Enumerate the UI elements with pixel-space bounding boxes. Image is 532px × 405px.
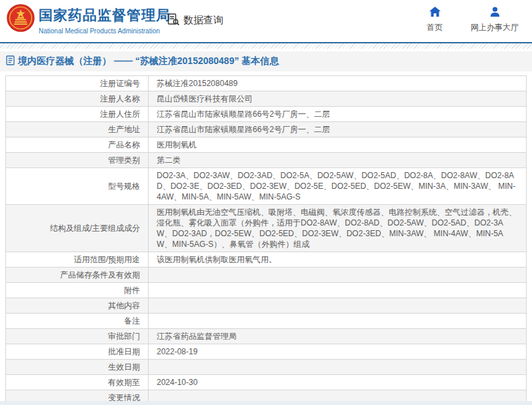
- registration-info-table: 注册证编号苏械注准20152080489注册人名称昆山岱镁医疗科技有限公司注册人…: [5, 75, 527, 405]
- page-title: 境内医疗器械（注册） —— “苏械注准20152080489” 基本信息: [18, 55, 279, 67]
- data-query-label: 数据查询: [183, 14, 223, 27]
- row-value: 2024-10-30: [149, 375, 527, 390]
- table-row: 适用范围/预期用途该医用制氧机供制取医用氧气用。: [6, 252, 527, 268]
- page-header: 国家药品监督管理局 National Medical Products Admi…: [0, 0, 532, 42]
- row-value: 该医用制氧机供制取医用氧气用。: [149, 252, 527, 268]
- table-row: 注册人名称昆山岱镁医疗科技有限公司: [6, 91, 527, 107]
- footer-strip: [0, 401, 532, 405]
- table-row: 注册证编号苏械注准20152080489: [6, 76, 527, 91]
- row-value: 2022-08-19: [149, 344, 527, 360]
- row-value: 第二类: [149, 153, 527, 168]
- document-icon: [6, 55, 15, 67]
- table-row: 其他内容: [6, 298, 527, 314]
- row-value: [149, 298, 527, 314]
- home-icon: [429, 7, 441, 19]
- row-label: 批准日期: [6, 344, 149, 360]
- brand-subtitle: National Medical Products Administration: [39, 27, 171, 35]
- row-label: 其他内容: [6, 298, 149, 314]
- table-row: 产品名称医用制氧机: [6, 137, 527, 153]
- row-label: 审批部门: [6, 329, 149, 344]
- row-value: 医用制氧机由无油空气压缩机、吸附塔、电磁阀、氧浓度传感器、电路控制系统、空气过滤…: [149, 205, 527, 252]
- nmpa-emblem-logo: [7, 4, 35, 32]
- row-label: 管理类别: [6, 153, 149, 168]
- row-value: [149, 360, 527, 375]
- row-value: 苏械注准20152080489: [149, 76, 527, 91]
- document-search-icon: [167, 13, 180, 28]
- brand-title: 国家药品监督管理局: [39, 6, 171, 25]
- table-row: 有效期至2024-10-30: [6, 375, 527, 390]
- data-query-tab[interactable]: 数据查询: [167, 13, 223, 28]
- breadcrumb-bar: 境内医疗器械（注册） —— “苏械注准20152080489” 基本信息: [0, 51, 532, 71]
- table-row: 附件: [6, 283, 527, 298]
- row-label: 产品储存条件及有效期: [6, 268, 149, 283]
- row-label: 产品名称: [6, 137, 149, 153]
- table-row: 结构及组成/主要组成成分医用制氧机由无油空气压缩机、吸附塔、电磁阀、氧浓度传感器…: [6, 205, 527, 252]
- table-row: 管理类别第二类: [6, 153, 527, 168]
- nav-service-hall-label: 网上办事大厅: [471, 22, 519, 33]
- user-icon: [490, 7, 500, 19]
- row-label: 注册人住所: [6, 107, 149, 122]
- row-value: [149, 314, 527, 329]
- row-value: [149, 268, 527, 283]
- brand-block: 国家药品监督管理局 National Medical Products Admi…: [39, 6, 171, 35]
- row-label: 注册人名称: [6, 91, 149, 107]
- top-nav: 首页 网上办事大厅: [427, 7, 519, 33]
- nav-item-service-hall[interactable]: 网上办事大厅: [471, 7, 519, 33]
- row-label: 型号规格: [6, 168, 149, 205]
- row-label: 结构及组成/主要组成成分: [6, 205, 149, 252]
- table-row: 生效日期: [6, 360, 527, 375]
- table-row: 产品储存条件及有效期: [6, 268, 527, 283]
- row-value: DO2-3A、DO2-3AW、DO2-3AD、DO2-5A、DO2-5AW、DO…: [149, 168, 527, 205]
- row-value: 医用制氧机: [149, 137, 527, 153]
- table-row: 注册人住所江苏省昆山市陆家镇顺星路66号2号厂房一、二层: [6, 107, 527, 122]
- row-label: 附件: [6, 283, 149, 298]
- row-value: 昆山岱镁医疗科技有限公司: [149, 91, 527, 107]
- row-label: 有效期至: [6, 375, 149, 390]
- breadcrumb: 境内医疗器械（注册） —— “苏械注准20152080489” 基本信息: [6, 55, 279, 67]
- table-row: 批准日期2022-08-19: [6, 344, 527, 360]
- row-value: 江苏省昆山市陆家镇顺星路66号2号厂房一、二层: [149, 107, 527, 122]
- nav-home-label: 首页: [427, 22, 443, 33]
- table-row: 备注: [6, 314, 527, 329]
- info-table-body: 注册证编号苏械注准20152080489注册人名称昆山岱镁医疗科技有限公司注册人…: [6, 76, 527, 405]
- table-row: 审批部门江苏省药品监督管理局: [6, 329, 527, 344]
- table-row: 生产地址江苏省昆山市陆家镇顺星路66号2号厂房一、二层: [6, 122, 527, 137]
- row-label: 适用范围/预期用途: [6, 252, 149, 268]
- nav-item-home[interactable]: 首页: [427, 7, 443, 33]
- row-label: 生效日期: [6, 360, 149, 375]
- row-label: 备注: [6, 314, 149, 329]
- row-label: 注册证编号: [6, 76, 149, 91]
- hatch-strip: [0, 43, 532, 49]
- table-row: 型号规格DO2-3A、DO2-3AW、DO2-3AD、DO2-5A、DO2-5A…: [6, 168, 527, 205]
- row-value: 江苏省药品监督管理局: [149, 329, 527, 344]
- row-label: 生产地址: [6, 122, 149, 137]
- row-value: [149, 283, 527, 298]
- row-value: 江苏省昆山市陆家镇顺星路66号2号厂房一、二层: [149, 122, 527, 137]
